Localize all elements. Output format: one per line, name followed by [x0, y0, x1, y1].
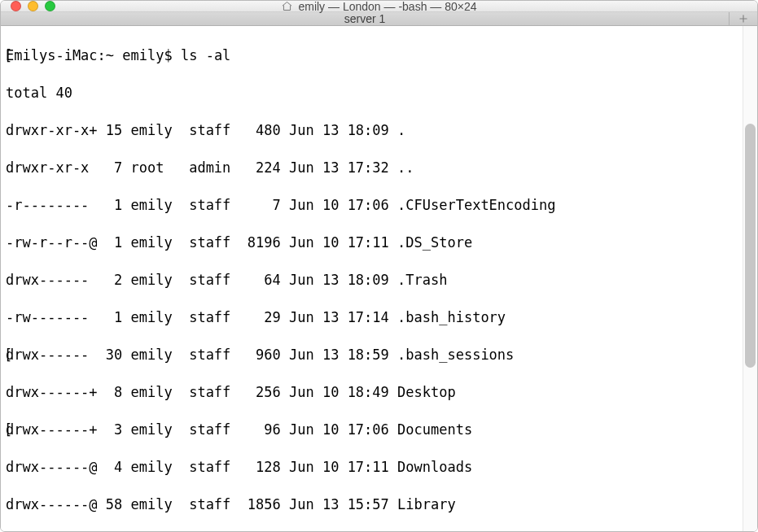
- close-icon[interactable]: [11, 1, 21, 11]
- output-line: drwx------@ 58 emily staff 1856 Jun 13 1…: [6, 495, 752, 514]
- output-line: drwx------ 30 emily staff 960 Jun 13 18:…: [6, 346, 752, 364]
- output-line: total 40: [6, 84, 752, 102]
- titlebar[interactable]: emily — London — -bash — 80×24: [1, 1, 757, 12]
- tabbar: server 1: [1, 12, 757, 26]
- scrollbar-track[interactable]: [743, 26, 757, 532]
- output-line: -r-------- 1 emily staff 7 Jun 10 17:06 …: [6, 196, 752, 215]
- output-line: drwx------+ 8 emily staff 256 Jun 10 18:…: [6, 383, 752, 402]
- output-line: drwxr-xr-x+ 15 emily staff 480 Jun 13 18…: [6, 121, 752, 140]
- terminal-content[interactable]: Emilys-iMac:~ emily$ ls -al total 40 drw…: [1, 26, 757, 532]
- plus-icon: [738, 13, 749, 24]
- zoom-icon[interactable]: [45, 1, 55, 11]
- scrollbar-thumb[interactable]: [745, 124, 756, 368]
- home-icon: [281, 0, 293, 12]
- output-line: drwxr-xr-x 7 root admin 224 Jun 13 17:32…: [6, 159, 752, 177]
- output-line: -rw------- 1 emily staff 29 Jun 13 17:14…: [6, 308, 752, 327]
- output-line: -rw-r--r--@ 1 emily staff 8196 Jun 10 17…: [6, 233, 752, 252]
- new-tab-button[interactable]: [730, 12, 757, 25]
- traffic-lights: [1, 1, 55, 11]
- tab-server-1[interactable]: server 1: [1, 12, 730, 25]
- output-line: drwx------ 2 emily staff 64 Jun 13 18:09…: [6, 271, 752, 290]
- terminal-window: emily — London — -bash — 80×24 server 1 …: [0, 0, 758, 532]
- tab-label: server 1: [344, 12, 386, 25]
- output-line: drwx------+ 3 emily staff 96 Jun 10 17:0…: [6, 421, 752, 439]
- output-line: drwx------@ 4 emily staff 128 Jun 10 17:…: [6, 458, 752, 477]
- minimize-icon[interactable]: [28, 1, 38, 11]
- prompt-line: Emilys-iMac:~ emily$ ls -al: [6, 46, 752, 65]
- window-title: emily — London — -bash — 80×24: [298, 0, 476, 13]
